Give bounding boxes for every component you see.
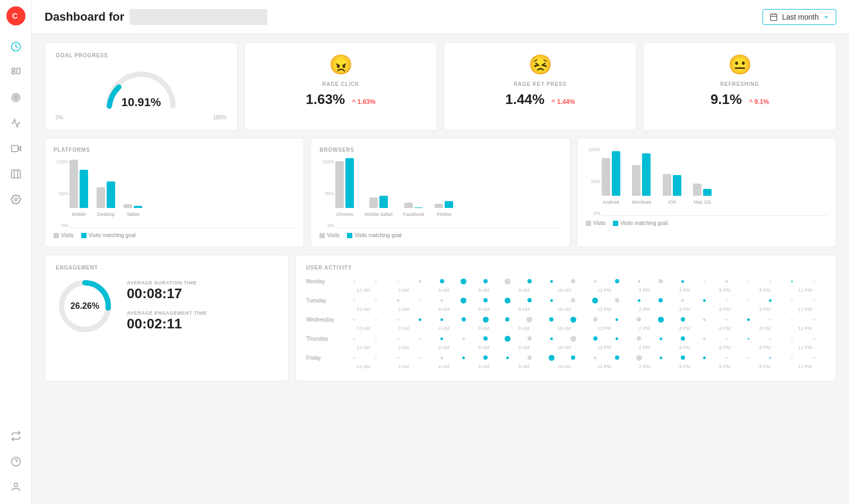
title-text: Dashboard for (45, 10, 124, 24)
browsers-card: BROWSERS 100%50%0% Chrome (310, 138, 570, 247)
sidebar-item-users[interactable] (5, 62, 27, 83)
activity-row-tuesday: Tuesday (306, 295, 825, 306)
bar-macos-visits (693, 184, 701, 196)
bar-firefox-visits (435, 204, 443, 208)
rage-key-label: RAGE KEY PRESS (514, 81, 567, 87)
svg-rect-2 (12, 68, 15, 71)
bar-group-windows: Windows (632, 153, 652, 205)
sidebar: C (0, 0, 32, 504)
bar-android-visits (602, 158, 610, 196)
os-card: 100%50%0% Android (577, 138, 836, 247)
day-wednesday: Wednesday (306, 317, 343, 323)
time-labels-row-1: 12 AM 2 AM 4 AM 6 AM 8 AM 10 AM 12 PM 2 … (343, 288, 825, 293)
engagement-title: ENGAGEMENT (56, 265, 278, 271)
sidebar-item-help[interactable] (5, 451, 27, 472)
bar-group-macos: Mac OS (693, 184, 712, 205)
header: Dashboard for Last month (32, 0, 849, 34)
sidebar-item-back[interactable] (5, 425, 27, 447)
bar-group-facebook: Facebook (403, 203, 424, 217)
bar-group-ios: iOS (663, 174, 681, 205)
engagement-stats: AVERAGE DURATION TIME 00:08:17 AVERAGE E… (127, 280, 207, 332)
engagement-donut: 26.26% (56, 277, 114, 335)
avg-engagement-value: 00:02:11 (127, 316, 207, 332)
refreshing-value: 9.1% ^ 9.1% (711, 91, 769, 108)
bar-group-android: Android (602, 151, 620, 205)
time-labels-row-2: 12 AM 2 AM 4 AM 6 AM 8 AM 10 AM 12 PM 2 … (343, 307, 825, 312)
rage-key-icon: 😣 (529, 54, 552, 76)
bar-label-chrome: Chrome (336, 212, 353, 217)
browsers-title: BROWSERS (319, 147, 561, 153)
gauge-chart: 10.91% (99, 64, 184, 111)
dots-thursday (343, 333, 825, 344)
engagement-percentage: 26.26% (71, 301, 99, 311)
sidebar-item-settings[interactable] (5, 189, 27, 210)
dots-friday (343, 352, 825, 363)
svg-marker-9 (18, 146, 21, 151)
metrics-row: GOAL PROGRESS 10.91% 0% 100% � (45, 42, 836, 131)
activity-row-wednesday: Wednesday (306, 314, 825, 325)
day-friday: Friday (306, 355, 343, 361)
svg-point-5 (12, 94, 20, 102)
bar-group-firefox: Firefox (435, 201, 453, 217)
svg-rect-17 (770, 14, 777, 20)
os-chart: 100%50%0% Android (586, 147, 827, 216)
svg-point-7 (15, 97, 16, 98)
bar-windows-visits (632, 165, 640, 196)
browsers-legend: Visits Visits matching goal (319, 232, 561, 238)
page-title: Dashboard for (45, 9, 267, 25)
engagement-inner: 26.26% AVERAGE DURATION TIME 00:08:17 AV… (56, 277, 278, 335)
bar-fb-visits (404, 203, 413, 208)
bar-firefox-goal (445, 201, 453, 208)
day-tuesday: Tuesday (306, 298, 343, 303)
time-labels-row-3: 12 AM 2 AM 4 AM 6 AM 8 AM 10 AM 12 PM 2 … (343, 326, 825, 331)
logo[interactable]: C (6, 6, 25, 25)
bar-group-desktop: Desktop (97, 181, 115, 217)
date-filter[interactable]: Last month (763, 9, 836, 25)
charts-row: PLATFORMS 100%50%0% Mobile (45, 138, 836, 247)
refreshing-label: REFRESHING (720, 81, 759, 87)
svg-rect-3 (12, 72, 15, 74)
bar-tablet-goal (134, 206, 142, 208)
bottom-row: ENGAGEMENT 26.26% AVER (45, 255, 836, 381)
sidebar-item-goals[interactable] (5, 87, 27, 108)
bar-mobile-goal (80, 170, 88, 208)
goal-progress-card: GOAL PROGRESS 10.91% 0% 100% (45, 42, 238, 131)
bar-safari-visits (369, 197, 378, 208)
bar-ios-goal (673, 175, 681, 196)
sidebar-item-profile[interactable] (5, 476, 27, 498)
activity-row-monday: Monday (306, 276, 825, 286)
svg-point-16 (14, 483, 18, 487)
goal-progress-label: GOAL PROGRESS (56, 53, 227, 58)
time-labels-row-4: 12 AM 2 AM 4 AM 6 AM 8 AM 10 AM 12 PM 2 … (343, 345, 825, 350)
bar-android-goal (612, 151, 620, 196)
content-area: GOAL PROGRESS 10.91% 0% 100% � (32, 34, 849, 504)
sidebar-item-recordings[interactable] (5, 138, 27, 159)
bar-group-chrome: Chrome (335, 158, 354, 217)
avg-duration-value: 00:08:17 (127, 285, 207, 302)
svg-rect-10 (11, 170, 20, 178)
user-activity-card: USER ACTIVITY Monday (295, 255, 836, 381)
gauge-labels: 0% 100% (56, 115, 227, 120)
bar-group-tablet: Tablet (124, 204, 142, 217)
dashboard-name-input[interactable] (129, 9, 267, 25)
svg-point-14 (11, 457, 20, 466)
sidebar-item-analytics[interactable] (5, 36, 27, 57)
refreshing-change: ^ 9.1% (749, 98, 769, 106)
bar-ios-visits (663, 174, 671, 196)
bar-macos-goal (703, 189, 712, 196)
sidebar-item-heatmap[interactable] (5, 112, 27, 134)
rage-click-card: 😠 RAGE CLICK 1.63% ^ 1.63% (244, 42, 437, 131)
bar-tablet-visits (124, 204, 132, 208)
sidebar-item-video[interactable] (5, 163, 27, 185)
activity-row-thursday: Thursday (306, 333, 825, 344)
os-legend: Visits Visits matching goal (586, 220, 827, 226)
platforms-chart: 100%50%0% Mobile (54, 159, 295, 228)
dots-tuesday (343, 295, 825, 306)
activity-row-friday: Friday (306, 352, 825, 363)
bar-chrome-goal (345, 158, 354, 208)
svg-point-6 (13, 95, 18, 100)
refreshing-card: 😐 REFRESHING 9.1% ^ 9.1% (643, 42, 836, 131)
rage-click-change: ^ 1.63% (352, 98, 375, 106)
refreshing-icon: 😐 (728, 54, 752, 76)
calendar-icon (769, 13, 778, 21)
